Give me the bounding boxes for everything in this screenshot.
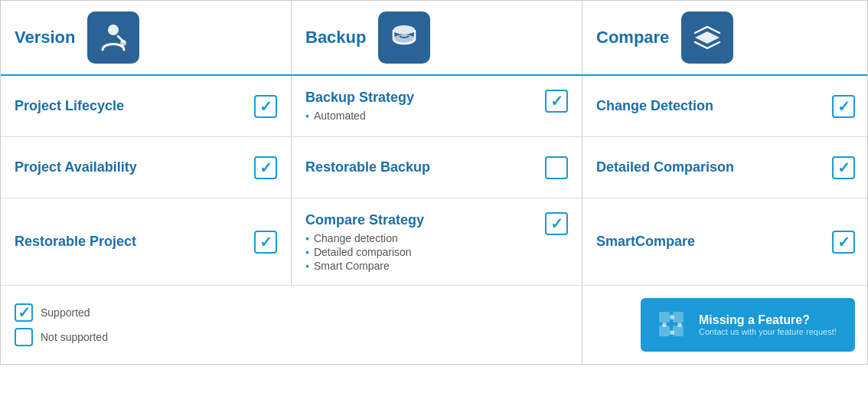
legend-cta-row: Supported Not supported bbox=[1, 286, 867, 364]
legend-not-supported-label: Not supported bbox=[41, 331, 108, 343]
cta-puzzle-icon bbox=[653, 306, 691, 344]
version-availability-label: Project Availability bbox=[15, 159, 242, 175]
svg-point-9 bbox=[662, 323, 667, 327]
header-cell-compare: Compare bbox=[582, 1, 868, 74]
version-icon bbox=[87, 11, 139, 64]
compare-icon bbox=[681, 11, 733, 64]
compare-strategy-bullets: Change detection Detailed comparison Sma… bbox=[305, 231, 533, 273]
change-detection-label: Change Detection bbox=[596, 98, 820, 114]
compare-strategy-block: Compare Strategy Change detection Detail… bbox=[305, 212, 533, 273]
bullet-automated: Automated bbox=[305, 109, 533, 123]
cta-cell: Missing a Feature? Contact us with your … bbox=[582, 286, 868, 364]
backup-icon bbox=[378, 11, 430, 64]
feature-comparison-table: Version Backup bbox=[0, 0, 868, 365]
feature-row-2: Project Availability Restorable Backup D… bbox=[1, 137, 867, 198]
svg-point-11 bbox=[677, 323, 682, 327]
backup-strategy-cell: Backup Strategy Automated bbox=[292, 76, 582, 136]
version-lifecycle-label: Project Lifecycle bbox=[15, 98, 242, 114]
version-availability-check bbox=[254, 156, 277, 179]
smart-compare-cell: SmartCompare bbox=[582, 198, 868, 285]
svg-point-3 bbox=[393, 34, 415, 44]
svg-point-8 bbox=[670, 315, 674, 319]
cta-sub-text: Contact us with your feature request! bbox=[699, 327, 837, 336]
backup-strategy-block: Backup Strategy Automated bbox=[305, 90, 533, 123]
version-lifecycle-check bbox=[254, 95, 277, 118]
legend-not-supported: Not supported bbox=[15, 328, 278, 346]
restorable-project-label: Restorable Project bbox=[15, 234, 242, 250]
legend-not-supported-check bbox=[15, 328, 33, 346]
compare-strategy-cell: Compare Strategy Change detection Detail… bbox=[292, 198, 582, 285]
cta-main-text: Missing a Feature? bbox=[699, 313, 837, 327]
version-availability-cell: Project Availability bbox=[1, 137, 292, 198]
bullet-smart-compare: Smart Compare bbox=[305, 259, 533, 273]
backup-strategy-check bbox=[545, 90, 568, 113]
svg-point-2 bbox=[393, 25, 415, 34]
restorable-backup-cell: Restorable Backup bbox=[292, 137, 582, 198]
legend-cell: Supported Not supported bbox=[1, 286, 292, 364]
legend-supported: Supported bbox=[15, 303, 278, 322]
header-cell-version: Version bbox=[1, 1, 292, 74]
svg-rect-4 bbox=[659, 312, 670, 323]
detailed-comparison-label: Detailed Comparison bbox=[596, 159, 820, 175]
cta-text-block: Missing a Feature? Contact us with your … bbox=[699, 313, 837, 336]
svg-rect-6 bbox=[673, 312, 684, 323]
restorable-backup-label: Restorable Backup bbox=[305, 159, 533, 175]
legend-supported-check bbox=[15, 303, 33, 322]
change-detection-check bbox=[832, 95, 855, 118]
restorable-project-cell: Restorable Project bbox=[1, 198, 292, 285]
compare-strategy-check bbox=[545, 212, 568, 235]
svg-rect-5 bbox=[659, 326, 670, 336]
svg-rect-7 bbox=[673, 326, 684, 336]
smart-compare-check bbox=[832, 231, 855, 254]
svg-point-10 bbox=[670, 330, 674, 335]
backup-strategy-label: Backup Strategy bbox=[305, 90, 533, 106]
restorable-project-check bbox=[254, 231, 277, 254]
header-row: Version Backup bbox=[1, 1, 867, 76]
header-version-title: Version bbox=[15, 28, 75, 47]
compare-strategy-label: Compare Strategy bbox=[305, 212, 533, 228]
header-cell-backup: Backup bbox=[292, 1, 582, 74]
restorable-backup-check bbox=[545, 156, 568, 179]
version-lifecycle-cell: Project Lifecycle bbox=[1, 76, 292, 136]
bullet-change-detection: Change detection bbox=[305, 231, 533, 245]
legend-spacer bbox=[292, 286, 582, 364]
bullet-detailed-comparison: Detailed comparison bbox=[305, 245, 533, 259]
detailed-comparison-cell: Detailed Comparison bbox=[582, 137, 868, 198]
legend-supported-label: Supported bbox=[41, 306, 90, 319]
change-detection-cell: Change Detection bbox=[582, 76, 868, 136]
feature-row-1: Project Lifecycle Backup Strategy Automa… bbox=[1, 76, 867, 137]
feature-row-3: Restorable Project Compare Strategy Chan… bbox=[1, 198, 867, 286]
header-backup-title: Backup bbox=[305, 28, 366, 47]
detailed-comparison-check bbox=[832, 156, 855, 179]
header-compare-title: Compare bbox=[596, 28, 669, 47]
svg-point-1 bbox=[120, 40, 126, 46]
svg-point-0 bbox=[108, 25, 119, 35]
smart-compare-label: SmartCompare bbox=[596, 234, 820, 250]
backup-strategy-bullets: Automated bbox=[305, 109, 533, 123]
cta-banner[interactable]: Missing a Feature? Contact us with your … bbox=[641, 298, 855, 352]
